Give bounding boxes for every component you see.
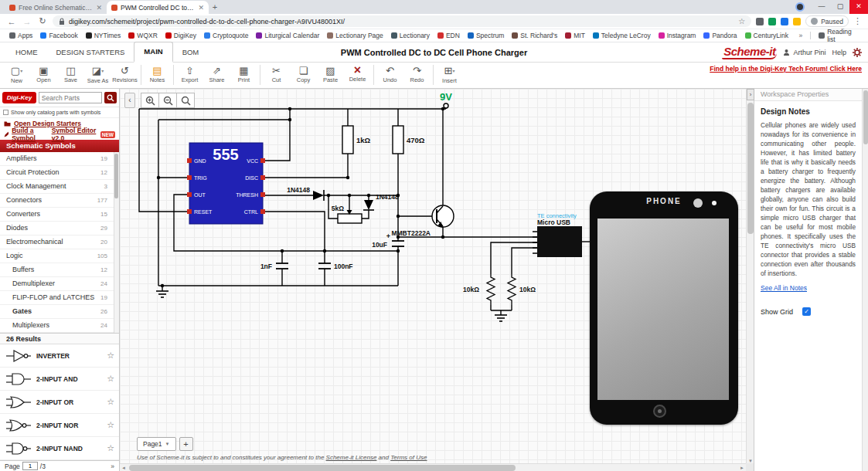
bookmarks-overflow-button[interactable]: » xyxy=(795,32,805,39)
redo-button[interactable]: ↷Redo xyxy=(403,64,431,83)
category-converters[interactable]: Converters15 xyxy=(0,208,114,222)
new-tab-button[interactable]: + xyxy=(209,2,221,14)
potentiometer-5k[interactable]: 5kΩ xyxy=(332,205,362,223)
ground-symbol[interactable] xyxy=(156,291,168,297)
ground-symbol[interactable] xyxy=(495,315,507,321)
catalog-filter-checkbox[interactable] xyxy=(3,110,9,115)
save-button[interactable]: ◫Save xyxy=(57,64,84,83)
cut-button[interactable]: ✂Cut xyxy=(263,64,290,83)
category-flip-flop-latches[interactable]: FLIP-FLOP and LATCHES19 xyxy=(0,291,114,305)
tab-bom[interactable]: BOM xyxy=(173,43,209,62)
bookmark-item[interactable]: Liturgical Calendar xyxy=(253,32,322,39)
favorite-star-icon[interactable]: ☆ xyxy=(107,397,114,407)
forward-icon[interactable]: → xyxy=(22,17,32,26)
show-grid-checkbox[interactable]: ✓ xyxy=(802,307,811,316)
search-button[interactable] xyxy=(104,92,117,103)
favorite-star-icon[interactable]: ☆ xyxy=(107,374,114,384)
schematic-canvas[interactable]: 9V 555 GND TRIG xyxy=(120,89,746,463)
category-logic[interactable]: Logic105 xyxy=(0,249,114,263)
save-as-button[interactable]: ◪▾Save As xyxy=(84,64,111,84)
print-button[interactable]: ▦Print xyxy=(230,64,257,83)
favorite-star-icon[interactable]: ☆ xyxy=(107,443,114,453)
diode-d1[interactable]: 1N4148 xyxy=(287,186,324,201)
zoom-fit-button[interactable] xyxy=(176,93,195,108)
share-button[interactable]: ⇗Share xyxy=(203,64,230,83)
favorite-star-icon[interactable]: ☆ xyxy=(107,420,114,430)
bookmark-item[interactable]: EDN xyxy=(434,32,463,39)
category-demultiplexer[interactable]: Demultiplexer24 xyxy=(0,277,114,291)
collapse-sidebar-button[interactable]: ‹ xyxy=(124,93,135,108)
omnibox[interactable]: digikey.com/schemeit/project/pwm-control… xyxy=(53,15,751,27)
favorite-star-icon[interactable]: ☆ xyxy=(107,351,114,361)
bookmark-item[interactable]: Teledyne LeCroy xyxy=(590,32,654,39)
category-multiplexers[interactable]: Multiplexers24 xyxy=(0,319,114,333)
power-supply-9v[interactable]: 9V xyxy=(440,91,452,109)
category-diodes[interactable]: Diodes29 xyxy=(0,222,114,235)
category-connectors[interactable]: Connectors177 xyxy=(0,194,114,208)
tab-design-starters[interactable]: DESIGN STARTERS xyxy=(47,43,134,62)
result-2-input-and[interactable]: 2-INPUT AND ☆ xyxy=(0,368,119,391)
user-menu[interactable]: Arthur Pini xyxy=(783,49,825,56)
license-link[interactable]: Scheme-it License xyxy=(326,454,377,461)
close-button[interactable]: ✕ xyxy=(849,0,868,14)
bookmark-item[interactable]: DigiKey xyxy=(162,32,199,39)
bookmark-item[interactable]: Lectionary xyxy=(388,32,433,39)
bookmark-item[interactable]: St. Richard's xyxy=(509,32,560,39)
new-button[interactable]: ▢▾New xyxy=(3,64,30,84)
bookmark-item[interactable]: Facebook xyxy=(37,32,80,39)
category-circuit-protection[interactable]: Circuit Protection12 xyxy=(0,166,114,180)
insert-button[interactable]: ⊞▾Insert xyxy=(436,64,463,84)
bookmark-item[interactable]: Lectionary Page xyxy=(324,32,386,39)
terms-link[interactable]: Terms of Use xyxy=(390,454,427,461)
category-electromechanical[interactable]: Electromechanical20 xyxy=(0,235,114,249)
revisions-button[interactable]: ↺Revisions xyxy=(111,64,138,83)
bookmark-star-icon[interactable]: ☆ xyxy=(738,17,745,25)
bookmark-item[interactable]: Instagram xyxy=(655,32,700,39)
delete-button[interactable]: ×Delete xyxy=(344,64,371,83)
tab-home[interactable]: HOME xyxy=(6,43,47,62)
reload-icon[interactable]: ↻ xyxy=(37,16,48,26)
resistor-r4[interactable]: 10kΩ xyxy=(508,274,536,305)
page-number-input[interactable] xyxy=(22,462,38,470)
add-page-button[interactable]: + xyxy=(179,437,193,451)
scroll-left-icon[interactable]: ◄ xyxy=(120,464,128,471)
vertical-scroll-thumb[interactable] xyxy=(747,103,754,234)
result-2-input-or[interactable]: 2-INPUT OR ☆ xyxy=(0,391,119,414)
browser-tab-2-active[interactable]: PWM Controlled DC to DC Cell P... ✕ xyxy=(107,1,209,14)
extension-icon[interactable] xyxy=(781,18,788,25)
panel-scroll-thumb[interactable] xyxy=(863,90,868,144)
copy-button[interactable]: ❏Copy xyxy=(290,64,317,83)
zoom-out-button[interactable] xyxy=(158,93,177,108)
tech-forum-help-link[interactable]: Find help in the Digi-Key Tech Forum! Cl… xyxy=(710,65,862,73)
notes-button[interactable]: ▤Notes xyxy=(144,64,171,83)
bookmark-item[interactable]: NYTimes xyxy=(83,32,124,39)
canvas-vertical-scrollbar[interactable]: › ▼ xyxy=(746,89,754,463)
transistor-q1[interactable]: MMBT2222A xyxy=(391,205,454,237)
tab-close-icon[interactable]: ✕ xyxy=(96,4,102,12)
capacitor-c2[interactable]: 100nF xyxy=(318,263,353,270)
scroll-right-icon[interactable]: ► xyxy=(738,464,746,471)
category-buffers[interactable]: Buffers12 xyxy=(0,263,114,277)
collapse-panel-button[interactable]: › xyxy=(747,89,754,100)
extension-icon[interactable] xyxy=(768,18,776,25)
minimize-button[interactable]: — xyxy=(812,0,831,14)
sidebar-scrollbar-thumb[interactable] xyxy=(114,154,118,198)
extension-icon[interactable] xyxy=(756,18,764,25)
bookmark-item[interactable]: CenturyLink xyxy=(742,32,791,39)
category-amplifiers[interactable]: Amplifiers19 xyxy=(0,152,114,166)
settings-gear-icon[interactable] xyxy=(853,48,862,57)
chrome-menu-icon[interactable]: ⋮ xyxy=(853,16,862,26)
panel-scrollbar[interactable] xyxy=(862,89,868,471)
bookmark-item[interactable]: MIT xyxy=(562,32,588,39)
extension-icon[interactable] xyxy=(793,18,801,25)
undo-button[interactable]: ↶Undo xyxy=(376,64,403,83)
bookmark-item[interactable]: WQXR xyxy=(125,32,160,39)
browser-tab-1[interactable]: Free Online Schematic and Diag... ✕ xyxy=(5,1,107,14)
export-button[interactable]: ⇧Export xyxy=(176,64,203,83)
capacitor-c1[interactable]: 1nF xyxy=(260,263,288,270)
category-gates[interactable]: Gates26 xyxy=(0,305,114,319)
next-pages-button[interactable]: » xyxy=(111,463,114,470)
horizontal-scroll-thumb[interactable] xyxy=(129,465,516,471)
sidebar-scrollbar[interactable] xyxy=(114,152,119,333)
result-inverter[interactable]: INVERTER ☆ xyxy=(0,344,119,368)
